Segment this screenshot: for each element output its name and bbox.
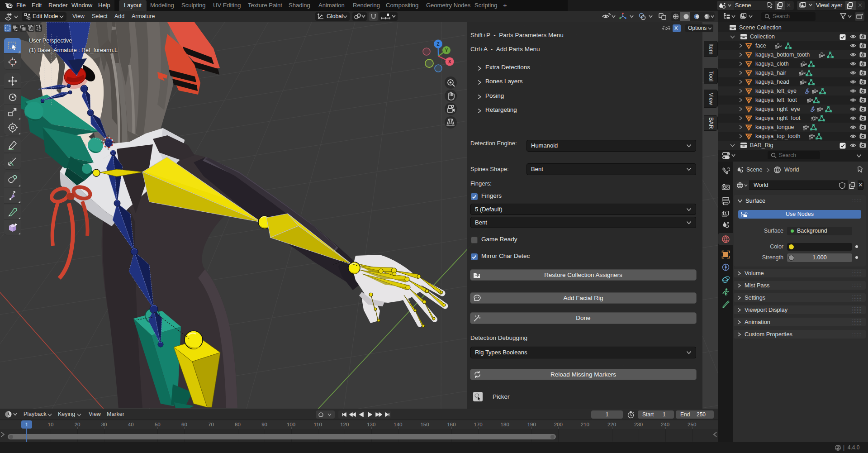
svg-text:Z: Z: [436, 42, 439, 47]
svg-text:Y: Y: [445, 48, 448, 53]
svg-text:X: X: [448, 59, 451, 64]
